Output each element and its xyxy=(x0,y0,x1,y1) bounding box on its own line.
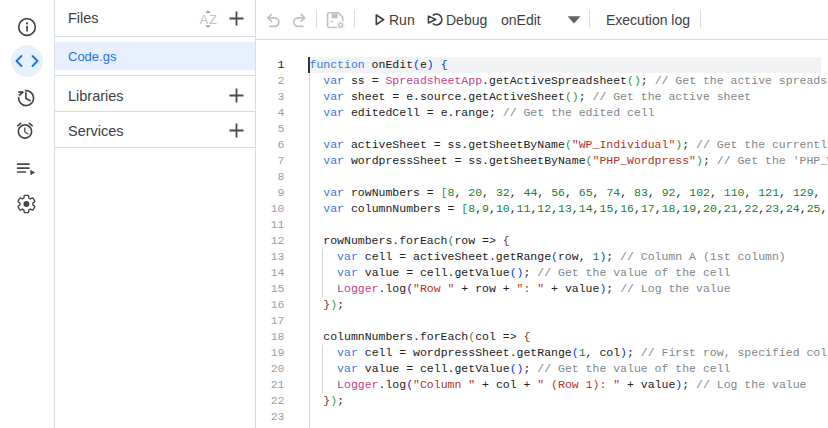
svg-text:Z: Z xyxy=(209,12,217,27)
svg-text:A: A xyxy=(200,12,209,27)
